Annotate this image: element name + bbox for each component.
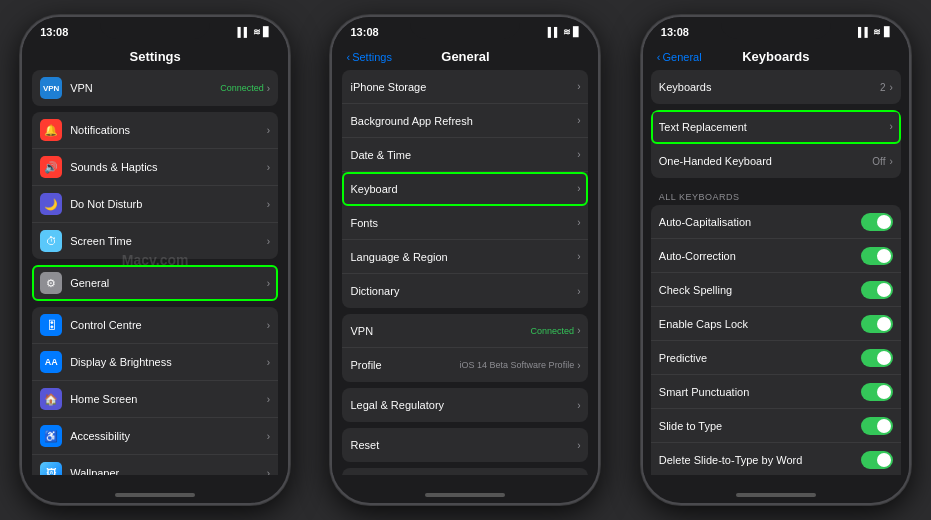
control-centre-item[interactable]: 🎛 Control Centre ›	[32, 307, 278, 344]
caps-lock-label: Enable Caps Lock	[659, 318, 861, 330]
general-item[interactable]: ⚙ General ›	[32, 265, 278, 301]
all-keyboards-header: ALL KEYBOARDS	[651, 184, 901, 205]
phone-3: 13:08 ▌▌ ≋ ▊ ‹ General Keyboards Keyboar…	[641, 15, 911, 505]
sounds-label: Sounds & Haptics	[70, 161, 267, 173]
auto-correct-item[interactable]: Auto-Correction	[651, 239, 901, 273]
auto-correct-toggle[interactable]	[861, 247, 893, 265]
predictive-item[interactable]: Predictive	[651, 341, 901, 375]
settings-list-2: iPhone Storage › Background App Refresh …	[332, 70, 598, 475]
settings-list-3: Keyboards 2 › Text Replacement › One-Han…	[643, 70, 909, 475]
vpn-item-2[interactable]: VPN Connected ›	[342, 314, 588, 348]
home-indicator-2	[425, 493, 505, 497]
toggles-group: Auto-Capitalisation Auto-Correction Chec…	[651, 205, 901, 475]
sounds-item[interactable]: 🔊 Sounds & Haptics ›	[32, 149, 278, 186]
phone-notch-3	[721, 17, 831, 39]
vpn-icon: VPN	[40, 77, 62, 99]
reset-item[interactable]: Reset ›	[342, 428, 588, 462]
vpn-label: VPN	[70, 82, 220, 94]
nav-back-3[interactable]: ‹ General	[657, 51, 702, 63]
homescreen-item[interactable]: 🏠 Home Screen ›	[32, 381, 278, 418]
dnd-item[interactable]: 🌙 Do Not Disturb ›	[32, 186, 278, 223]
language-region-item[interactable]: Language & Region ›	[342, 240, 588, 274]
vpn-item[interactable]: VPN VPN Connected ›	[32, 70, 278, 106]
dnd-label: Do Not Disturb	[70, 198, 267, 210]
nav-back-2[interactable]: ‹ Settings	[346, 51, 391, 63]
nav-bar-2: ‹ Settings General	[332, 45, 598, 70]
nav-back-label-3: General	[662, 51, 701, 63]
dictionary-chevron: ›	[577, 286, 580, 297]
home-indicator-3	[736, 493, 816, 497]
display-item[interactable]: AA Display & Brightness ›	[32, 344, 278, 381]
accessibility-item[interactable]: ♿ Accessibility ›	[32, 418, 278, 455]
wallpaper-icon: 🖼	[40, 462, 62, 475]
nav-back-label-2: Settings	[352, 51, 392, 63]
caps-lock-item[interactable]: Enable Caps Lock	[651, 307, 901, 341]
general-top-group: iPhone Storage › Background App Refresh …	[342, 70, 588, 308]
keyboard-chevron: ›	[577, 183, 580, 194]
legal-item[interactable]: Legal & Regulatory ›	[342, 388, 588, 422]
legal-chevron: ›	[577, 400, 580, 411]
check-spelling-item[interactable]: Check Spelling	[651, 273, 901, 307]
keyboards-label: Keyboards	[659, 81, 880, 93]
fonts-item[interactable]: Fonts ›	[342, 206, 588, 240]
phone-2: 13:08 ▌▌ ≋ ▊ ‹ Settings General iPhone S…	[330, 15, 600, 505]
auto-cap-item[interactable]: Auto-Capitalisation	[651, 205, 901, 239]
background-refresh-item[interactable]: Background App Refresh ›	[342, 104, 588, 138]
smart-punctuation-item[interactable]: Smart Punctuation	[651, 375, 901, 409]
notifications-chevron: ›	[267, 125, 270, 136]
date-time-item[interactable]: Date & Time ›	[342, 138, 588, 172]
dictionary-item[interactable]: Dictionary ›	[342, 274, 588, 308]
vpn-group: VPN VPN Connected ›	[32, 70, 278, 106]
screentime-item[interactable]: ⏱ Screen Time ›	[32, 223, 278, 259]
slide-type-label: Slide to Type	[659, 420, 861, 432]
language-region-chevron: ›	[577, 251, 580, 262]
sounds-chevron: ›	[267, 162, 270, 173]
sounds-icon: 🔊	[40, 156, 62, 178]
wallpaper-chevron: ›	[267, 468, 270, 476]
display-chevron: ›	[267, 357, 270, 368]
wallpaper-item[interactable]: 🖼 Wallpaper ›	[32, 455, 278, 475]
accessibility-label: Accessibility	[70, 430, 267, 442]
control-centre-chevron: ›	[267, 320, 270, 331]
nav-title-2: General	[441, 49, 489, 64]
profile-item[interactable]: Profile iOS 14 Beta Software Profile ›	[342, 348, 588, 382]
one-handed-item[interactable]: One-Handed Keyboard Off ›	[651, 144, 901, 178]
notifications-item[interactable]: 🔔 Notifications ›	[32, 112, 278, 149]
nav-bar-3: ‹ General Keyboards	[643, 45, 909, 70]
fonts-label: Fonts	[350, 217, 577, 229]
auto-cap-toggle[interactable]	[861, 213, 893, 231]
shutdown-item[interactable]: Shut Down	[342, 468, 588, 475]
keyboards-item[interactable]: Keyboards 2 ›	[651, 70, 901, 104]
iphone-storage-item[interactable]: iPhone Storage ›	[342, 70, 588, 104]
status-time-2: 13:08	[350, 26, 378, 38]
caps-lock-toggle[interactable]	[861, 315, 893, 333]
smart-punctuation-toggle[interactable]	[861, 383, 893, 401]
reset-label: Reset	[350, 439, 577, 451]
general-label: General	[70, 277, 267, 289]
date-time-label: Date & Time	[350, 149, 577, 161]
predictive-toggle[interactable]	[861, 349, 893, 367]
text-replacement-item[interactable]: Text Replacement ›	[651, 110, 901, 144]
control-centre-label: Control Centre	[70, 319, 267, 331]
one-handed-value: Off	[872, 156, 885, 167]
fonts-chevron: ›	[577, 217, 580, 228]
text-replacement-label: Text Replacement	[659, 121, 890, 133]
general-group: ⚙ General ›	[32, 265, 278, 301]
homescreen-label: Home Screen	[70, 393, 267, 405]
delete-slide-toggle[interactable]	[861, 451, 893, 469]
slide-type-item[interactable]: Slide to Type	[651, 409, 901, 443]
screentime-chevron: ›	[267, 236, 270, 247]
background-refresh-label: Background App Refresh	[350, 115, 577, 127]
keyboards-value: 2	[880, 82, 886, 93]
keyboard-item[interactable]: Keyboard ›	[342, 172, 588, 206]
delete-slide-item[interactable]: Delete Slide-to-Type by Word	[651, 443, 901, 475]
dnd-chevron: ›	[267, 199, 270, 210]
check-spelling-toggle[interactable]	[861, 281, 893, 299]
dictionary-label: Dictionary	[350, 285, 577, 297]
language-region-label: Language & Region	[350, 251, 577, 263]
phone-notch	[100, 17, 210, 39]
vpn-chevron: ›	[267, 83, 270, 94]
nav-title-3: Keyboards	[742, 49, 809, 64]
vpn-label-2: VPN	[350, 325, 530, 337]
slide-type-toggle[interactable]	[861, 417, 893, 435]
